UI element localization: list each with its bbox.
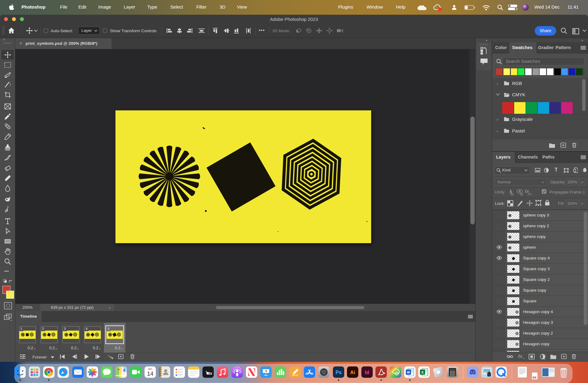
svg-text:14: 14	[147, 370, 154, 377]
svg-text:tv: tv	[209, 371, 212, 376]
svg-text:Id: Id	[365, 370, 369, 375]
svg-text:W: W	[407, 370, 410, 374]
svg-text:DEC: DEC	[148, 368, 153, 370]
svg-text:Ai: Ai	[350, 370, 355, 375]
svg-text:Ps: Ps	[335, 370, 341, 375]
svg-text:PDF: PDF	[533, 377, 536, 378]
svg-text:X: X	[421, 370, 424, 374]
